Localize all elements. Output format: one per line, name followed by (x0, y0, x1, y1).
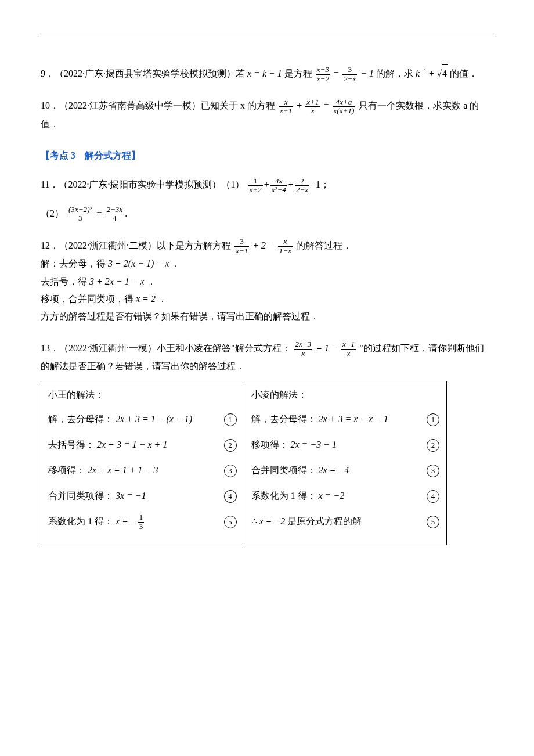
l-s5b-num: 1 (138, 513, 145, 522)
p13-stem2: 的解法是否正确？若错误，请写出你的解答过程． (41, 358, 493, 375)
r-s5after: 是原分式方程的解 (287, 516, 362, 526)
p12-l1a: 解：去分母，得 (41, 258, 106, 268)
r-s5mid: x = −2 (259, 516, 286, 526)
left-step-5: 系数化为 1 得： x = − 1 3 5 (48, 511, 237, 537)
p11-g2n: 2−3x (105, 206, 124, 214)
p9-mid2: 的解，求 (376, 69, 413, 78)
p12-prefix: 12．（2022·浙江衢州·二模）以下是方方解方程 (41, 240, 231, 250)
circled-5-icon: 5 (427, 516, 439, 528)
p12-f2n: x (278, 237, 293, 246)
p13-stem1: 13．（2022·浙江衢州·一模）小王和小凌在解答"解分式方程： 2x+3 x … (41, 340, 493, 358)
l-s2b: 2x + 3 = 1 − x + 1 (97, 440, 167, 449)
l-s3a: 移项得： (48, 465, 85, 475)
p11-prefix: 11．（2022·广东·揭阳市实验中学模拟预测）（1） (41, 179, 244, 189)
p12-l2b: 3 + 2x − 1 = x (89, 276, 145, 286)
right-cell: 小凌的解法： 解，去分母得： 2x + 3 = x − x − 1 1 移项得：… (244, 381, 447, 545)
l-s5b: x = − 1 3 (116, 516, 145, 526)
p11-period: . (125, 208, 127, 218)
p11-g1: (3x−2)² 3 (66, 206, 94, 223)
p12-line4: 方方的解答过程是否有错误？如果有错误，请写出正确的解答过程． (41, 308, 493, 325)
p10-eq: = (324, 100, 331, 110)
p13-eq: = 1 − (316, 343, 340, 353)
p11-f2d: x²−4 (270, 186, 287, 194)
p10-plus: + (297, 100, 304, 110)
p13-f2n: x−1 (341, 340, 356, 349)
p13-after: "的过程如下框，请你判断他们 (359, 343, 484, 353)
circled-2-icon: 2 (224, 439, 237, 452)
r-s4a: 系数化为 1 得： (251, 491, 316, 501)
p9-eq1: = (334, 69, 341, 78)
p9-k: k−1 (416, 69, 427, 78)
p11-f1d: x+2 (248, 186, 262, 194)
left-head: 小王的解法： (48, 386, 237, 404)
p9-sqrt4: 4 (436, 64, 448, 82)
p10-f1d: x+1 (279, 107, 293, 115)
left-step-2: 去括号得： 2x + 3 = 1 − x + 1 2 (48, 434, 237, 460)
top-rule (41, 35, 493, 35)
p11-g2: 2−3x 4 (104, 206, 125, 223)
p9-expr1: x = k − 1 (247, 69, 282, 78)
comparison-table: 小王的解法： 解，去分母得： 2x + 3 = 1 − (x − 1) 1 去括… (41, 381, 447, 545)
r-s1a: 解，去分母得： (251, 414, 316, 424)
p9-frac2-num: 3 (342, 66, 357, 74)
right-step-4: 系数化为 1 得： x = −2 4 (251, 485, 440, 511)
r-s2b: 2x = −3 − 1 (291, 440, 337, 449)
p12-frac1: 3 x−1 (233, 237, 250, 255)
l-s4b: 3x = −1 (116, 491, 146, 501)
l-s1b: 2x + 3 = 1 − (x − 1) (116, 414, 192, 424)
circled-2-icon: 2 (427, 439, 439, 452)
p9-frac1: x−3 x−2 (315, 66, 331, 83)
p12-after: 的解答过程． (296, 240, 352, 250)
p11-eq2: = (96, 208, 104, 218)
circled-3-icon: 3 (224, 465, 237, 477)
p12-plus: + 2 = (252, 240, 277, 250)
p10-f2n: x+1 (305, 98, 320, 107)
p13-f1n: 2x+3 (294, 340, 313, 349)
r-s4b: x = −2 (319, 491, 345, 501)
p9-frac2: 3 2−x (341, 66, 358, 83)
r-s5pre: ∴ (251, 516, 259, 526)
p10-f1n: x (279, 98, 293, 107)
problem-13: 13．（2022·浙江衢州·一模）小王和小凌在解答"解分式方程： 2x+3 x … (41, 340, 493, 545)
l-s2a: 去括号得： (48, 440, 95, 449)
l-s5b-pre: x = − (116, 516, 137, 526)
circled-1-icon: 1 (427, 413, 439, 426)
p9-plus: + (429, 69, 436, 78)
p12-l2c: ． (147, 276, 156, 286)
p9-sqrt4-rad: 4 (442, 64, 448, 82)
circled-5-icon: 5 (224, 516, 237, 528)
r-s3b: 2x = −4 (319, 465, 349, 475)
p12-f2d: 1−x (278, 247, 293, 255)
right-step-5: ∴ x = −2 是原分式方程的解 5 (251, 511, 440, 537)
p12-line2: 去括号，得 3 + 2x − 1 = x ． (41, 273, 493, 290)
r-s3a: 合并同类项得： (251, 465, 316, 475)
p9-mid1: 是方程 (284, 69, 312, 78)
p9-frac1-num: x−3 (316, 66, 330, 74)
problem-11: 11．（2022·广东·揭阳市实验中学模拟预测）（1） 1 x+2 + 4x x… (41, 176, 493, 223)
p12-f1d: x−1 (234, 247, 249, 255)
p11-g1d: 3 (67, 214, 93, 222)
circled-4-icon: 4 (224, 490, 237, 503)
p11-p2: + (288, 179, 294, 189)
left-step-3: 移项得： 2x + x = 1 + 1 − 3 3 (48, 460, 237, 485)
circled-3-icon: 3 (427, 465, 439, 477)
p12-l2a: 去括号，得 (41, 276, 87, 286)
l-s1a: 解，去分母得： (48, 414, 113, 424)
p12-l1b: 3 + 2(x − 1) = x (108, 258, 169, 268)
p11-frac3: 2 2−x (294, 177, 311, 195)
p10-frac3: 4x+a x(x+1) (331, 98, 357, 116)
p11-f2n: 4x (270, 177, 287, 186)
p12-line3: 移项，合并同类项，得 x = 2 ． (41, 290, 493, 308)
l-s5a: 系数化为 1 得： (48, 516, 113, 526)
p10-prefix: 10．（2022·江苏省南菁高级中学一模）已知关于 x 的方程 (41, 100, 275, 110)
p9-tail: 的值． (450, 69, 478, 78)
p12-frac2: x 1−x (277, 237, 294, 255)
l-s3b: 2x + x = 1 + 1 − 3 (88, 465, 158, 475)
p12-l3c: ． (158, 294, 167, 304)
p11-eq1: =1； (311, 179, 330, 189)
problem-10: 10．（2022·江苏省南菁高级中学一模）已知关于 x 的方程 x x+1 + … (41, 97, 493, 133)
right-head: 小凌的解法： (251, 386, 440, 404)
r-s2a: 移项得： (251, 440, 288, 449)
p13-frac2: x−1 x (340, 340, 357, 358)
p11-frac1: 1 x+2 (247, 177, 264, 195)
